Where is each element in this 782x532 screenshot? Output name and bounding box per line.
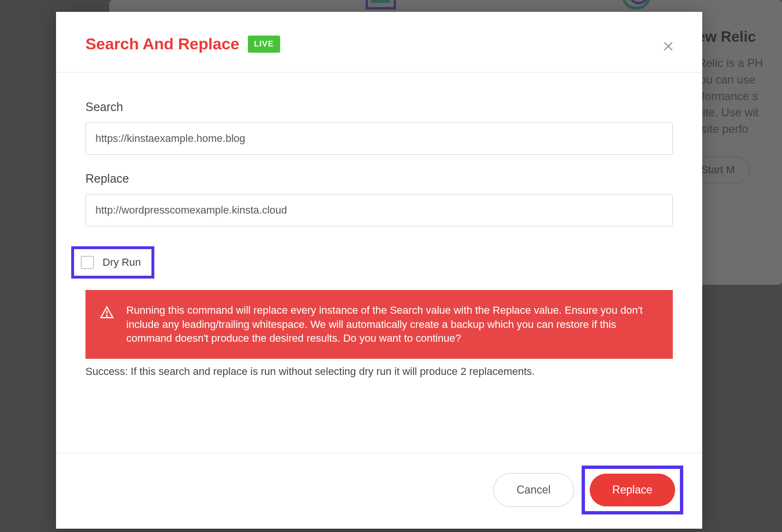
warning-text: Running this command will replace every … — [126, 303, 659, 345]
replace-button[interactable]: Replace — [590, 474, 675, 506]
replace-button-highlight: Replace — [582, 466, 683, 514]
modal-footer: Cancel Replace — [56, 453, 702, 529]
warning-alert: Running this command will replace every … — [85, 290, 673, 359]
cancel-button[interactable]: Cancel — [493, 473, 574, 507]
search-label: Search — [85, 100, 673, 114]
replace-field-group: Replace — [85, 172, 673, 226]
modal-header: Search And Replace LIVE — [56, 12, 702, 73]
modal-title: Search And Replace — [85, 35, 239, 53]
warning-icon — [100, 305, 114, 321]
search-input[interactable] — [85, 122, 673, 155]
dry-run-checkbox[interactable] — [81, 256, 94, 269]
replace-input[interactable] — [85, 194, 673, 226]
environment-badge: LIVE — [248, 36, 280, 53]
search-replace-modal: Search And Replace LIVE Search Replace D… — [56, 12, 702, 529]
close-icon — [662, 40, 674, 54]
close-button[interactable] — [658, 37, 678, 57]
replace-label: Replace — [85, 172, 673, 186]
modal-body: Search Replace Dry Run Running this comm… — [56, 73, 702, 453]
svg-point-3 — [106, 316, 107, 317]
dry-run-label[interactable]: Dry Run — [103, 256, 141, 269]
search-field-group: Search — [85, 100, 673, 155]
dry-run-checkbox-highlight: Dry Run — [71, 246, 154, 279]
success-text: Success: If this search and replace is r… — [85, 365, 673, 378]
